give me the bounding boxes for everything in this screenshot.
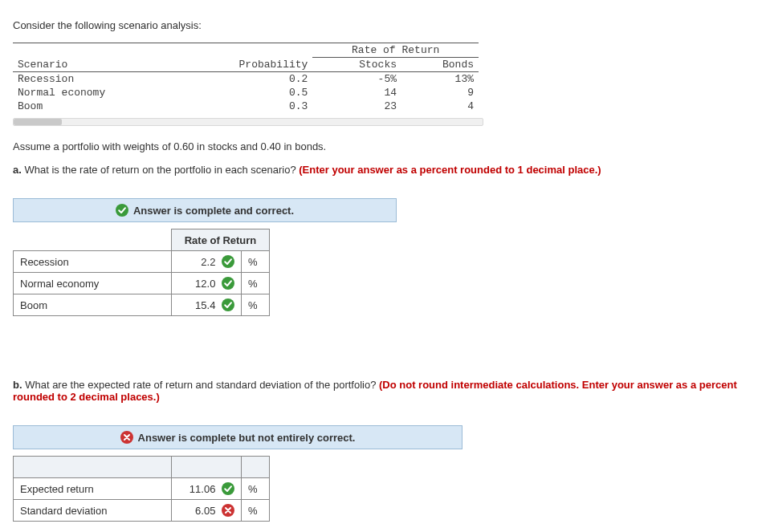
- part-a-qtext: What is the rate of return on the portfo…: [22, 164, 299, 176]
- stocks-cell: -5%: [312, 72, 401, 87]
- check-circle-icon: [222, 255, 234, 268]
- table-row: Normal economy 12.0 %: [14, 273, 270, 294]
- prob-cell: 0.3: [179, 99, 313, 113]
- col-scenario: Scenario: [13, 58, 179, 72]
- percent-unit: %: [242, 500, 270, 522]
- answer-cell[interactable]: 2.2: [172, 251, 242, 273]
- prob-cell: 0.2: [179, 72, 313, 87]
- part-a-banner-text: Answer is complete and correct.: [133, 205, 294, 217]
- col-probability: Probability: [179, 58, 313, 72]
- stocks-cell: 23: [312, 99, 401, 113]
- part-a-col-header: Rate of Return: [172, 229, 270, 251]
- bonds-cell: 4: [401, 99, 479, 113]
- col-bonds: Bonds: [401, 58, 479, 72]
- answer-cell[interactable]: 6.05: [172, 500, 242, 522]
- part-b-label: b.: [13, 379, 22, 391]
- intro-text: Consider the following scenario analysis…: [13, 19, 749, 31]
- table-scrollbar[interactable]: [13, 118, 483, 126]
- part-a-label: a.: [13, 164, 22, 176]
- scenario-table: Rate of Return Scenario Probability Stoc…: [13, 43, 479, 113]
- scenario-cell: Boom: [13, 99, 179, 113]
- table-row: Standard deviation 6.05 %: [14, 500, 270, 522]
- percent-unit: %: [242, 294, 270, 316]
- answer-cell[interactable]: 11.06: [172, 478, 242, 500]
- assumption-text: Assume a portfolio with weights of 0.60 …: [13, 140, 749, 152]
- check-circle-icon: [116, 204, 128, 217]
- check-circle-icon: [222, 277, 234, 290]
- bonds-cell: 13%: [401, 72, 479, 87]
- answer-cell[interactable]: 15.4: [172, 294, 242, 316]
- answer-cell[interactable]: 12.0: [172, 273, 242, 294]
- bonds-cell: 9: [401, 86, 479, 99]
- scenario-cell: Normal economy: [13, 86, 179, 99]
- col-stocks: Stocks: [312, 58, 401, 72]
- row-label: Recession: [14, 251, 172, 273]
- row-label: Normal economy: [14, 273, 172, 294]
- percent-unit: %: [242, 251, 270, 273]
- table-row: Boom 15.4 %: [14, 294, 270, 316]
- part-b-question: b. What are the expected rate of return …: [13, 379, 749, 403]
- part-a-banner: Answer is complete and correct.: [13, 198, 397, 222]
- row-label: Expected return: [14, 478, 172, 500]
- row-label: Boom: [14, 294, 172, 316]
- cross-circle-icon: [120, 431, 133, 444]
- answer-value: 12.0: [195, 278, 215, 290]
- answer-value: 2.2: [201, 256, 215, 268]
- answer-value: 15.4: [195, 299, 215, 311]
- prob-cell: 0.5: [179, 86, 313, 99]
- stocks-cell: 14: [312, 86, 401, 99]
- table-row: Recession 2.2 %: [14, 251, 270, 273]
- table-row: Expected return 11.06 %: [14, 478, 270, 500]
- part-b-banner: Answer is complete but not entirely corr…: [13, 425, 462, 449]
- row-label: Standard deviation: [14, 500, 172, 522]
- scenario-cell: Recession: [13, 72, 179, 87]
- percent-unit: %: [242, 273, 270, 294]
- part-b-banner-text: Answer is complete but not entirely corr…: [138, 432, 356, 444]
- percent-unit: %: [242, 478, 270, 500]
- cross-circle-icon: [222, 504, 234, 517]
- answer-value: 11.06: [189, 483, 216, 495]
- check-circle-icon: [222, 482, 234, 495]
- rate-of-return-header: Rate of Return: [312, 43, 479, 58]
- part-b-qtext: What are the expected rate of return and…: [22, 379, 379, 391]
- part-a-note: (Enter your answer as a percent rounded …: [299, 164, 601, 176]
- check-circle-icon: [222, 298, 234, 311]
- part-a-question: a. What is the rate of return on the por…: [13, 164, 749, 176]
- answer-value: 6.05: [195, 505, 215, 517]
